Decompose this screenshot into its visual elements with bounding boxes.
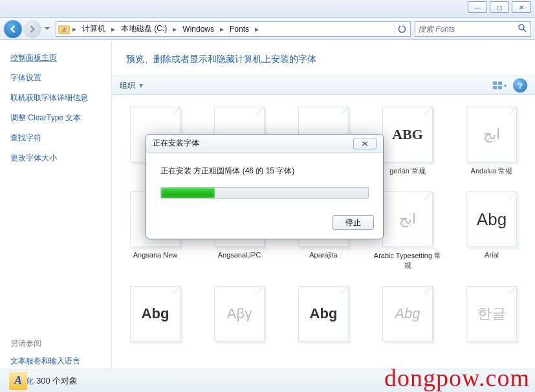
- breadcrumb-item[interactable]: Fonts: [226, 22, 253, 36]
- search-box[interactable]: [415, 21, 531, 37]
- font-item[interactable]: Abg: [288, 286, 359, 342]
- svg-text:A: A: [61, 27, 67, 34]
- address-bar[interactable]: A ▸ 计算机 ▸ 本地磁盘 (C:) ▸ Windows ▸ Fonts ▸: [56, 21, 411, 37]
- font-item[interactable]: AbgArial: [456, 191, 527, 270]
- sidebar-link-font-settings[interactable]: 字体设置: [10, 72, 101, 83]
- sidebar-also-label: 另请参阅: [10, 338, 101, 349]
- font-label: Arabic Typesetting 常规: [374, 251, 442, 270]
- font-preview-card: Abg: [130, 286, 180, 342]
- font-item[interactable]: Αβγ: [204, 286, 275, 342]
- font-item[interactable]: Abg: [372, 286, 443, 342]
- font-preview-card: Abg: [298, 286, 349, 342]
- forward-button[interactable]: [23, 20, 41, 38]
- breadcrumb-item[interactable]: Windows: [179, 22, 218, 36]
- font-label: Angsana New: [133, 251, 178, 259]
- font-label: Andalus 常规: [471, 166, 513, 176]
- dialog-message: 正在安装 方正粗圆简体 (46 的 15 字体): [160, 166, 369, 177]
- chevron-right-icon[interactable]: ▸: [171, 25, 179, 34]
- watermark: dongpow.com: [384, 364, 530, 392]
- navigation-bar: A ▸ 计算机 ▸ 本地磁盘 (C:) ▸ Windows ▸ Fonts ▸: [0, 18, 535, 40]
- font-preview-card: ابج: [466, 107, 517, 162]
- font-preview-card: ابج: [382, 191, 433, 247]
- font-label: gerian 常规: [389, 166, 426, 176]
- breadcrumb-item[interactable]: 本地磁盘 (C:): [117, 22, 171, 36]
- progress-fill: [161, 188, 215, 198]
- chevron-right-icon[interactable]: ▸: [109, 25, 117, 34]
- svg-rect-5: [498, 82, 502, 85]
- sidebar: 控制面板主页 字体设置 联机获取字体详细信息 调整 ClearType 文本 查…: [0, 41, 112, 369]
- view-options-button[interactable]: ▾: [490, 78, 509, 93]
- svg-line-3: [523, 29, 526, 32]
- sidebar-link-text-services[interactable]: 文本服务和输入语言: [10, 356, 101, 367]
- fonts-folder-icon: A: [9, 372, 27, 390]
- font-item[interactable]: 한글: [456, 286, 527, 342]
- font-label: Aparajita: [309, 251, 337, 259]
- sidebar-heading[interactable]: 控制面板主页: [10, 52, 101, 63]
- chevron-down-icon[interactable]: ▾: [139, 81, 146, 90]
- sidebar-link-find-char[interactable]: 查找字符: [10, 133, 101, 144]
- font-preview-card: ABG: [382, 107, 433, 162]
- close-button[interactable]: ✕: [512, 1, 531, 13]
- maximize-button[interactable]: ◻: [490, 1, 509, 13]
- back-button[interactable]: [4, 20, 22, 38]
- sidebar-link-cleartype[interactable]: 调整 ClearType 文本: [10, 113, 101, 124]
- search-icon[interactable]: [518, 23, 528, 34]
- sidebar-link-font-size[interactable]: 更改字体大小: [10, 153, 101, 164]
- font-item[interactable]: ابجAndalus 常规: [456, 107, 527, 176]
- svg-rect-7: [498, 86, 502, 89]
- status-text: 300 个对象: [36, 375, 78, 387]
- history-dropdown-icon[interactable]: [43, 22, 52, 36]
- organize-button[interactable]: 组织: [120, 80, 135, 91]
- chevron-right-icon[interactable]: ▸: [218, 25, 226, 34]
- sidebar-link-online-info[interactable]: 联机获取字体详细信息: [10, 93, 101, 103]
- dialog-close-button[interactable]: [353, 138, 377, 149]
- window-titlebar: — ◻ ✕: [0, 0, 535, 18]
- font-preview-card: Abg: [466, 191, 517, 247]
- font-item[interactable]: Abg: [120, 286, 191, 342]
- svg-rect-4: [493, 82, 497, 85]
- dialog-titlebar: 正在安装字体: [146, 135, 383, 153]
- dialog-footer: 停止: [146, 209, 383, 239]
- font-preview-card: 한글: [466, 286, 517, 342]
- font-preview-card: Αβγ: [214, 286, 265, 342]
- folder-fonts-icon: A: [58, 23, 71, 36]
- page-title: 预览、删除或者显示和隐藏计算机上安装的字体: [112, 41, 535, 76]
- content-toolbar: 组织 ▾ ▾ ?: [112, 76, 535, 95]
- minimize-button[interactable]: —: [468, 1, 487, 13]
- refresh-button[interactable]: [395, 22, 409, 36]
- window-controls: — ◻ ✕: [465, 1, 531, 13]
- search-input[interactable]: [418, 25, 518, 34]
- dialog-title: 正在安装字体: [153, 138, 199, 149]
- stop-button[interactable]: 停止: [333, 215, 374, 230]
- svg-rect-6: [493, 86, 497, 89]
- font-label: AngsanaUPC: [218, 251, 261, 259]
- install-font-dialog: 正在安装字体 正在安装 方正粗圆简体 (46 的 15 字体) 停止: [146, 134, 384, 239]
- progress-bar: [160, 187, 369, 199]
- svg-point-2: [519, 25, 524, 30]
- font-preview-card: Abg: [382, 286, 433, 342]
- help-button[interactable]: ?: [513, 78, 527, 93]
- chevron-right-icon[interactable]: ▸: [71, 25, 78, 34]
- dialog-body: 正在安装 方正粗圆简体 (46 的 15 字体): [146, 153, 383, 209]
- chevron-right-icon[interactable]: ▸: [253, 25, 261, 34]
- breadcrumb-item[interactable]: 计算机: [78, 22, 109, 36]
- close-icon: [361, 140, 369, 147]
- font-label: Arial: [485, 251, 499, 259]
